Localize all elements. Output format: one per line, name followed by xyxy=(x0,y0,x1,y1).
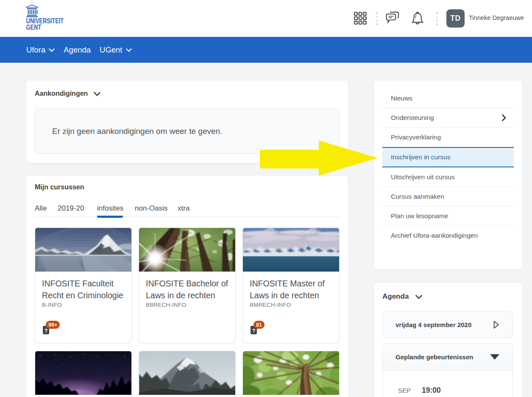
svg-text:?: ? xyxy=(45,328,48,334)
svg-text:?: ? xyxy=(252,328,256,334)
